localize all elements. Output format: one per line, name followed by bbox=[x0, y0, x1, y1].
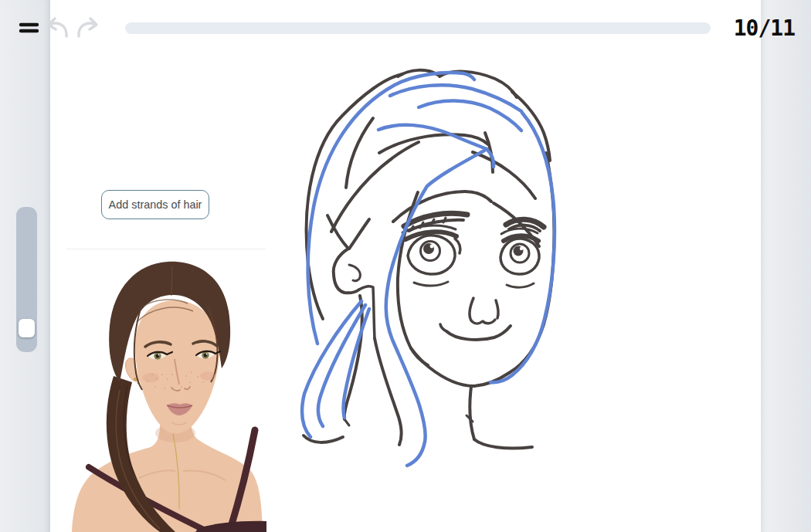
panel-divider bbox=[66, 249, 266, 249]
reference-photo-image bbox=[66, 260, 266, 532]
right-panel bbox=[761, 0, 811, 532]
tutorial-progress-bar bbox=[125, 22, 711, 34]
hamburger-icon bbox=[17, 18, 40, 36]
undo-button[interactable] bbox=[43, 15, 71, 41]
brush-size-slider-track[interactable] bbox=[16, 207, 37, 352]
reference-photo bbox=[66, 260, 266, 532]
drawing-app-window: 10/11 Add strands of hair bbox=[0, 0, 811, 532]
undo-arrow-icon bbox=[44, 15, 70, 39]
step-instruction-button[interactable]: Add strands of hair bbox=[101, 190, 209, 219]
step-counter: 10/11 bbox=[734, 15, 795, 41]
redo-arrow-icon bbox=[75, 15, 101, 39]
brush-size-slider-thumb[interactable] bbox=[19, 319, 35, 337]
hamburger-menu-button[interactable] bbox=[15, 17, 42, 39]
redo-button[interactable] bbox=[74, 15, 102, 41]
left-toolbar-panel bbox=[0, 0, 50, 532]
